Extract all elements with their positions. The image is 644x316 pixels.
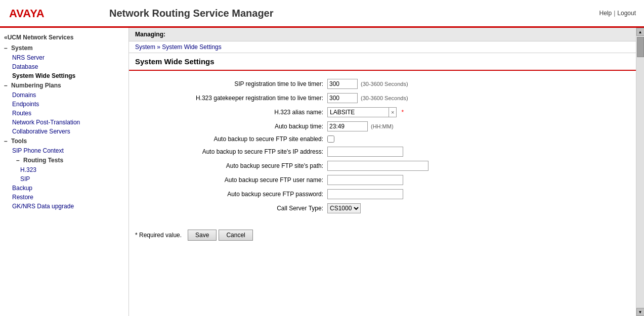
required-note: * Required value. [135,232,182,239]
tools-group-label: – Tools [0,136,128,146]
alias-label: H.323 alias name: [135,109,327,116]
ftp-ip-label: Auto backup to secure FTP site's IP addr… [135,148,327,155]
sidebar-item-endpoints[interactable]: Endpoints [0,100,128,109]
sip-timer-label: SIP registration time to live timer: [135,80,327,87]
sidebar-item-h323[interactable]: H.323 [0,165,128,174]
sidebar: «UCM Network Services – System NRS Serve… [0,28,129,316]
system-group-label: – System [0,43,128,53]
call-server-control: CS1000 CS2100 Other [327,203,361,213]
ftp-path-input[interactable] [327,161,428,171]
alias-row: H.323 alias name: LABSITE × * [135,107,630,117]
numbering-group-label: – Numbering Plans [0,80,128,91]
svg-text:AVAYA: AVAYA [9,7,45,20]
h323-timer-hint: (30-3600 Seconds) [361,95,408,101]
call-server-select[interactable]: CS1000 CS2100 Other [327,203,361,213]
main-content: Managing: System » System Wide Settings … [129,28,636,316]
scroll-down-arrow[interactable]: ▼ [636,308,645,316]
logout-link[interactable]: Logout [617,10,636,17]
breadcrumb: System » System Wide Settings [129,41,636,53]
routing-tests-dash: – [16,157,20,164]
help-link[interactable]: Help [599,10,612,17]
tools-dash: – [4,138,8,145]
alias-required-star: * [401,109,404,116]
ftp-pass-control [327,189,403,199]
ftp-user-input[interactable] [327,175,403,185]
ftp-path-row: Auto backup secure FTP site's path: [135,161,630,171]
avaya-logo: AVAYA [8,4,49,22]
cancel-button[interactable]: Cancel [219,230,252,241]
sidebar-item-routes[interactable]: Routes [0,109,128,118]
system-dash: – [4,44,8,52]
form-area: SIP registration time to live timer: (30… [129,71,636,225]
ftp-path-label: Auto backup secure FTP site's path: [135,162,327,169]
main-layout: «UCM Network Services – System NRS Serve… [0,28,644,316]
ftp-enabled-checkbox[interactable] [327,136,334,143]
ftp-enabled-row: Auto backup to secure FTP site enabled: [135,136,630,143]
routing-tests-group-label: – Routing Tests [0,155,128,165]
sidebar-item-system-wide-settings[interactable]: System Wide Settings [0,71,128,80]
header-separator: | [614,10,615,17]
alias-value: LABSITE [328,108,389,116]
ftp-enabled-label: Auto backup to secure FTP site enabled: [135,136,327,143]
backup-time-label: Auto backup time: [135,123,327,130]
backup-time-row: Auto backup time: (HH:MM) [135,121,630,131]
ftp-user-label: Auto backup secure FTP user name: [135,176,327,184]
ftp-ip-control [327,147,403,157]
ftp-path-control [327,161,428,171]
ftp-enabled-control [327,136,334,143]
call-server-row: Call Server Type: CS1000 CS2100 Other [135,203,630,213]
h323-timer-input[interactable] [327,93,358,103]
buttons-row: * Required value. Save Cancel [129,225,636,245]
sidebar-item-sip-phone-context[interactable]: SIP Phone Context [0,146,128,155]
sip-timer-row: SIP registration time to live timer: (30… [135,79,630,89]
ucm-section-title: «UCM Network Services [0,32,128,43]
sidebar-item-sip[interactable]: SIP [0,174,128,184]
ftp-ip-input[interactable] [327,147,403,157]
call-server-label: Call Server Type: [135,205,327,212]
sidebar-item-database[interactable]: Database [0,62,128,71]
page-title: System Wide Settings [129,53,636,71]
managing-label: Managing: [135,31,165,38]
numbering-dash: – [4,82,8,89]
scroll-thumb[interactable] [637,37,644,57]
header: AVAYA Network Routing Service Manager He… [0,0,644,28]
sidebar-item-collaborative-servers[interactable]: Collaborative Servers [0,127,128,136]
sidebar-item-domains[interactable]: Domains [0,91,128,100]
scrollbar[interactable]: ▲ ▼ [636,28,644,316]
ftp-user-row: Auto backup secure FTP user name: [135,175,630,185]
h323-timer-control: (30-3600 Seconds) [327,93,408,103]
header-links: Help | Logout [599,10,636,17]
ftp-user-control [327,175,403,185]
sip-timer-input[interactable] [327,79,358,89]
sidebar-item-network-post-translation[interactable]: Network Post-Translation [0,118,128,127]
backup-time-input[interactable] [327,121,368,131]
ftp-pass-label: Auto backup secure FTP password: [135,191,327,198]
backup-time-control: (HH:MM) [327,121,394,131]
sip-timer-hint: (30-3600 Seconds) [361,81,408,87]
ftp-pass-input[interactable] [327,189,403,199]
sidebar-item-backup[interactable]: Backup [0,184,128,193]
ftp-pass-row: Auto backup secure FTP password: [135,189,630,199]
alias-clear-button[interactable]: × [389,108,396,117]
managing-bar: Managing: [129,28,636,41]
sidebar-item-gk-nrs-data-upgrade[interactable]: GK/NRS Data upgrade [0,202,128,211]
scroll-up-arrow[interactable]: ▲ [636,28,645,36]
sidebar-item-restore[interactable]: Restore [0,193,128,202]
sidebar-item-nrs-server[interactable]: NRS Server [0,53,128,62]
h323-timer-row: H.323 gatekeeper registration time to li… [135,93,630,103]
backup-time-hint: (HH:MM) [371,123,394,129]
sip-timer-control: (30-3600 Seconds) [327,79,408,89]
h323-timer-label: H.323 gatekeeper registration time to li… [135,95,327,102]
alias-control: LABSITE × * [327,107,404,117]
save-button[interactable]: Save [188,230,217,241]
ftp-ip-row: Auto backup to secure FTP site's IP addr… [135,147,630,157]
alias-wrapper: LABSITE × [327,107,397,117]
app-title: Network Routing Service Manager [109,8,274,19]
